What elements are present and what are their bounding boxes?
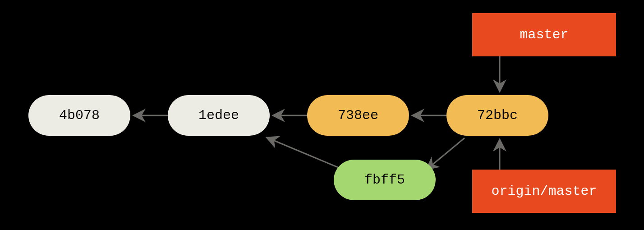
ref-label: origin/master (491, 184, 597, 199)
commit-label: 72bbc (477, 108, 518, 123)
ref-label: master (520, 27, 568, 42)
ref-master: master (472, 13, 616, 56)
commit-label: 4b078 (59, 108, 100, 123)
commit-1edee: 1edee (168, 95, 270, 136)
ref-origin-master: origin/master (472, 170, 616, 213)
commit-label: 738ee (338, 108, 378, 123)
commit-fbff5: fbff5 (334, 160, 436, 200)
commit-738ee: 738ee (307, 95, 409, 136)
git-graph: 4b078 1edee 738ee 72bbc fbff5 master ori… (0, 0, 644, 230)
edge-72bbc-fbff5 (428, 138, 465, 169)
commit-4b078: 4b078 (28, 95, 130, 136)
commit-label: 1edee (198, 108, 239, 123)
commit-72bbc: 72bbc (446, 95, 548, 136)
edge-fbff5-1edee (268, 138, 345, 170)
commit-label: fbff5 (364, 172, 405, 188)
